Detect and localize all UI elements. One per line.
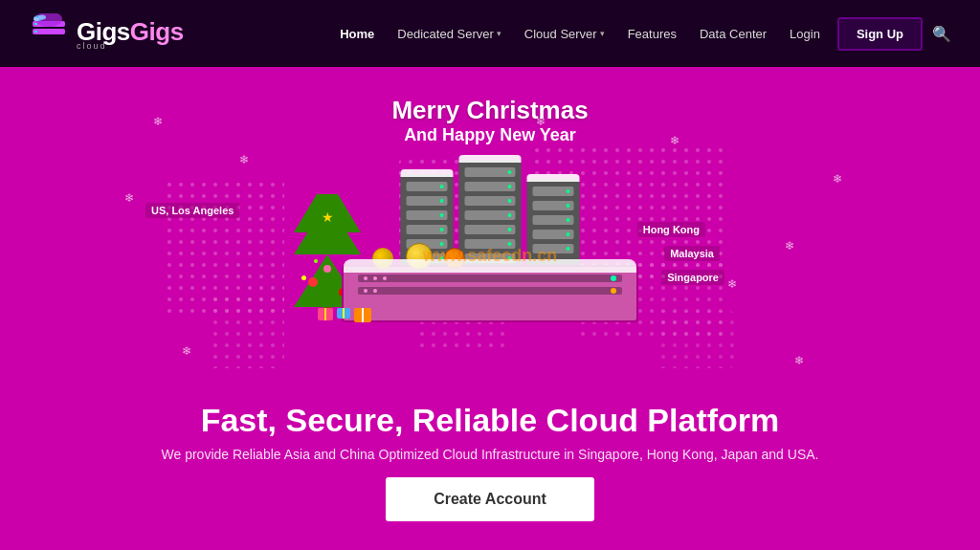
hero-subtitle: We provide Reliable Asia and China Optim… (0, 447, 980, 462)
snowflake: ❄ (153, 115, 163, 128)
location-hk: Hong Kong (637, 222, 705, 237)
hero-bottom: Fast, Secure, Reliable Cloud Platform We… (0, 402, 980, 521)
nav-login[interactable]: Login (780, 21, 830, 47)
rack-server-base (342, 265, 638, 322)
location-sg: Singapore (661, 270, 724, 285)
christmas-subtitle: And Happy New Year (391, 125, 588, 145)
chevron-down-icon: ▾ (497, 29, 501, 38)
christmas-title: Merry Christmas (391, 96, 588, 125)
hero-title: Fast, Secure, Reliable Cloud Platform (0, 402, 980, 439)
logo[interactable]: GigsGigs cloud (29, 13, 184, 54)
svg-point-7 (33, 17, 39, 21)
gifts (318, 308, 371, 322)
nav-links: Home Dedicated Server ▾ Cloud Server ▾ F… (330, 17, 951, 51)
signup-button[interactable]: Sign Up (837, 17, 923, 51)
logo-icon (29, 13, 69, 54)
svg-rect-4 (34, 31, 37, 33)
nav-datacenter[interactable]: Data Center (690, 21, 776, 47)
search-icon[interactable]: 🔍 (932, 25, 951, 43)
create-account-button[interactable]: Create Account (386, 477, 594, 521)
nav-dedicated[interactable]: Dedicated Server ▾ (388, 21, 510, 47)
christmas-text: Merry Christmas And Happy New Year (391, 96, 588, 145)
svg-point-6 (38, 15, 46, 20)
server-illustration: US, Los Angeles Hong Kong Malaysia Singa… (107, 150, 873, 361)
nav-features[interactable]: Features (618, 21, 686, 47)
navbar: GigsGigs cloud Home Dedicated Server ▾ C… (0, 0, 980, 67)
location-my: Malaysia (664, 246, 720, 261)
snowflake: ❄ (670, 134, 679, 147)
nav-home[interactable]: Home (330, 21, 384, 47)
tree-star: ★ (322, 209, 334, 225)
location-la: US, Los Angeles (145, 203, 239, 218)
svg-rect-3 (34, 23, 37, 25)
hero-section: ❄ ❄ ❄ ❄ ❄ ❄ ❄ ❄ ❄ ❄ Merry Christmas And … (0, 67, 980, 550)
chevron-down-icon: ▾ (600, 29, 605, 38)
nav-cloud[interactable]: Cloud Server ▾ (515, 21, 614, 47)
svg-rect-1 (33, 29, 65, 34)
